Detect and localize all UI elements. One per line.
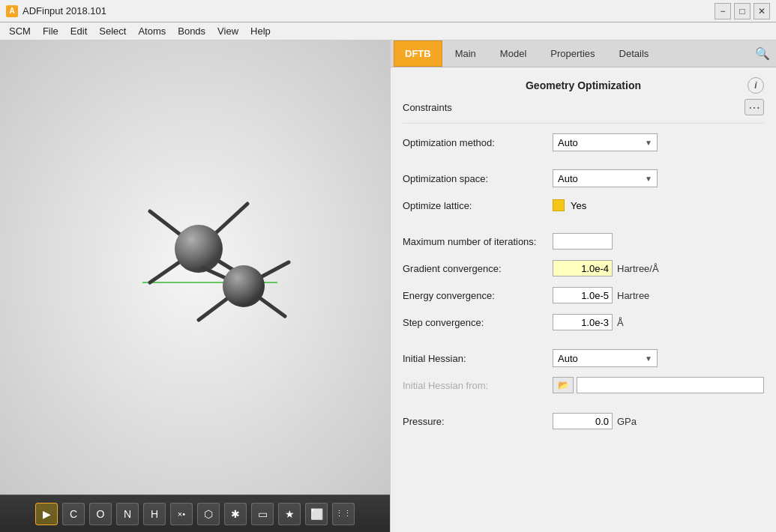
- optimization-space-row: Optimization space: Auto ▼: [403, 169, 764, 188]
- more-button[interactable]: ⋯: [745, 99, 764, 115]
- section-header: Geometry Optimization i: [403, 75, 764, 99]
- menu-file[interactable]: File: [37, 24, 64, 38]
- energy-convergence-unit: Hartree: [617, 290, 649, 301]
- tab-bar: DFTB Main Model Properties Details 🔍: [391, 40, 776, 67]
- optimization-space-select[interactable]: Auto ▼: [553, 169, 658, 187]
- gradient-convergence-unit: Hartree/Å: [617, 263, 659, 274]
- toolbar-box-btn[interactable]: ⬜: [305, 503, 328, 525]
- viewport-canvas[interactable]: [0, 40, 390, 495]
- pressure-label: Pressure:: [403, 416, 553, 427]
- file-picker-button[interactable]: 📂: [553, 377, 574, 393]
- energy-convergence-row: Energy convergence: Hartree: [403, 285, 764, 305]
- optimization-method-label: Optimization method:: [403, 137, 553, 148]
- search-icon[interactable]: 🔍: [752, 43, 773, 64]
- minimize-button[interactable]: −: [715, 3, 731, 19]
- pressure-control: GPa: [553, 413, 764, 429]
- toolbar-more-btn[interactable]: ⋮⋮: [332, 503, 355, 525]
- initial-hessian-row: Initial Hessian: Auto ▼: [403, 348, 764, 368]
- svg-point-5: [175, 225, 223, 273]
- viewport: ▶ C O N H ×• ⬡ ✱ ▭ ★ ⬜ ⋮⋮: [0, 40, 390, 532]
- viewport-toolbar: ▶ C O N H ×• ⬡ ✱ ▭ ★ ⬜ ⋮⋮: [0, 495, 390, 532]
- menu-view[interactable]: View: [211, 24, 244, 38]
- max-iterations-input[interactable]: [553, 233, 613, 250]
- right-panel: DFTB Main Model Properties Details 🔍 Geo…: [390, 40, 776, 532]
- pressure-row: Pressure: GPa: [403, 411, 764, 431]
- app-icon: A: [6, 5, 18, 17]
- section-title: Geometry Optimization: [526, 79, 641, 91]
- initial-hessian-from-row: Initial Hessian from: 📂: [403, 375, 764, 395]
- menu-bonds[interactable]: Bonds: [172, 24, 211, 38]
- max-iterations-label: Maximum number of iterations:: [403, 236, 553, 247]
- optimization-method-row: Optimization method: Auto ▼: [403, 133, 764, 152]
- tab-properties[interactable]: Properties: [539, 40, 606, 67]
- toolbar-xdot-btn[interactable]: ×•: [170, 503, 193, 525]
- toolbar-rect-btn[interactable]: ▭: [251, 503, 274, 525]
- svg-point-10: [223, 265, 265, 307]
- menu-bar: SCM File Edit Select Atoms Bonds View He…: [0, 22, 776, 40]
- optimization-space-control: Auto ▼: [553, 169, 764, 187]
- step-convergence-label: Step convergence:: [403, 317, 553, 328]
- constraints-row: Constraints ⋯: [403, 99, 764, 124]
- toolbar-o-btn[interactable]: O: [89, 503, 112, 525]
- pressure-input[interactable]: [553, 413, 613, 429]
- initial-hessian-select[interactable]: Auto ▼: [553, 349, 658, 367]
- close-button[interactable]: ✕: [754, 3, 770, 19]
- optimization-space-label: Optimization space:: [403, 173, 553, 184]
- tab-dftb[interactable]: DFTB: [394, 40, 442, 67]
- constraints-label: Constraints: [403, 102, 452, 113]
- gradient-convergence-control: Hartree/Å: [553, 260, 764, 276]
- tab-model[interactable]: Model: [489, 40, 538, 67]
- step-convergence-input[interactable]: [553, 314, 613, 330]
- optimize-lattice-label: Optimize lattice:: [403, 200, 553, 211]
- chevron-down-icon-3: ▼: [645, 354, 652, 363]
- menu-edit[interactable]: Edit: [64, 24, 93, 38]
- gradient-convergence-input[interactable]: [553, 260, 613, 276]
- chevron-down-icon-2: ▼: [645, 175, 652, 183]
- energy-convergence-input[interactable]: [553, 287, 613, 303]
- step-convergence-unit: Å: [617, 317, 624, 328]
- menu-atoms[interactable]: Atoms: [132, 24, 172, 38]
- menu-help[interactable]: Help: [244, 24, 277, 38]
- energy-convergence-label: Energy convergence:: [403, 290, 553, 301]
- hessian-file-input[interactable]: [577, 377, 764, 393]
- max-iterations-control: [553, 233, 764, 250]
- app-title: ADFinput 2018.101: [22, 5, 106, 16]
- initial-hessian-from-control: 📂: [553, 377, 764, 393]
- window-controls: − □ ✕: [715, 3, 770, 19]
- panel-content: Geometry Optimization i Constraints ⋯ Op…: [391, 67, 776, 532]
- tab-main[interactable]: Main: [444, 40, 487, 67]
- initial-hessian-control: Auto ▼: [553, 349, 764, 367]
- menu-scm[interactable]: SCM: [3, 24, 37, 38]
- toolbar-n-btn[interactable]: N: [116, 503, 139, 525]
- title-bar: A ADFinput 2018.101 − □ ✕: [0, 0, 776, 22]
- molecule-display: [82, 144, 307, 369]
- optimization-method-select[interactable]: Auto ▼: [553, 133, 658, 151]
- info-button[interactable]: i: [748, 77, 764, 94]
- toolbar-h-btn[interactable]: H: [143, 503, 166, 525]
- initial-hessian-label: Initial Hessian:: [403, 353, 553, 364]
- step-convergence-row: Step convergence: Å: [403, 312, 764, 332]
- gradient-convergence-row: Gradient convergence: Hartree/Å: [403, 259, 764, 278]
- optimize-lattice-value: Yes: [571, 200, 586, 211]
- step-convergence-control: Å: [553, 314, 764, 330]
- optimize-lattice-checkbox[interactable]: Yes: [553, 199, 586, 211]
- tabs: DFTB Main Model Properties Details: [394, 40, 661, 67]
- folder-icon: 📂: [558, 380, 569, 390]
- tab-details[interactable]: Details: [608, 40, 661, 67]
- maximize-button[interactable]: □: [734, 3, 751, 19]
- pressure-unit: GPa: [617, 416, 637, 427]
- menu-select[interactable]: Select: [93, 24, 132, 38]
- optimize-lattice-control: Yes: [553, 199, 764, 211]
- toolbar-select-btn[interactable]: ▶: [35, 503, 58, 525]
- toolbar-hex-btn[interactable]: ⬡: [197, 503, 220, 525]
- toolbar-c-btn[interactable]: C: [62, 503, 85, 525]
- chevron-down-icon: ▼: [645, 139, 652, 147]
- gradient-convergence-label: Gradient convergence:: [403, 263, 553, 274]
- max-iterations-row: Maximum number of iterations:: [403, 232, 764, 251]
- optimize-lattice-row: Optimize lattice: Yes: [403, 196, 764, 215]
- energy-convergence-control: Hartree: [553, 287, 764, 303]
- initial-hessian-from-label: Initial Hessian from:: [403, 380, 553, 391]
- toolbar-star-btn[interactable]: ✱: [224, 503, 247, 525]
- toolbar-fav-btn[interactable]: ★: [278, 503, 301, 525]
- optimization-method-control: Auto ▼: [553, 133, 764, 151]
